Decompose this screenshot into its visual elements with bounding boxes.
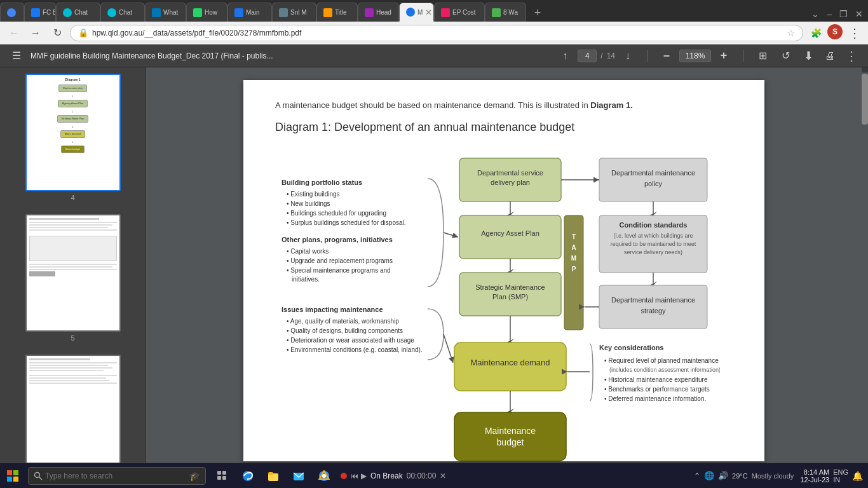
tab-5[interactable]: What — [145, 3, 186, 22]
reload-button[interactable]: ↻ — [48, 24, 66, 42]
thumbnail-page-6[interactable]: 6 — [0, 348, 146, 463]
notifications-button[interactable]: 🔔 — [852, 471, 863, 481]
mail-taskbar-icon[interactable] — [287, 464, 310, 487]
clock-date: 12-Jul-23 — [800, 476, 829, 484]
svg-text:M: M — [571, 255, 576, 262]
tab-3[interactable]: Chat — [56, 3, 100, 22]
volume-icon[interactable]: 🔊 — [718, 471, 728, 480]
svg-rect-73 — [268, 472, 273, 475]
svg-text:Building portfolio status: Building portfolio status — [281, 179, 362, 186]
on-break-timer: 00:00:00 — [407, 471, 437, 480]
navigation-bar: ← → ↻ 🔒 ☆ 🧩 S ⋮ — [0, 22, 868, 44]
tab-6[interactable]: How — [186, 3, 227, 22]
svg-text:Maintenance demand: Maintenance demand — [470, 358, 550, 367]
svg-text:• Upgrade and replacement prog: • Upgrade and replacement programs — [287, 257, 393, 264]
extensions-button[interactable]: 🧩 — [807, 24, 825, 42]
close-button[interactable]: ✕ — [853, 6, 865, 22]
svg-text:Key considerations: Key considerations — [599, 344, 663, 351]
zoom-in-button[interactable]: + — [715, 47, 733, 65]
url-input[interactable] — [92, 29, 783, 37]
svg-rect-70 — [222, 476, 226, 480]
svg-text:Other plans, programs, initiat: Other plans, programs, initiatives — [281, 236, 393, 243]
bookmark-icon[interactable]: ☆ — [787, 27, 795, 39]
svg-text:Departmental service: Departmental service — [477, 169, 543, 177]
taskbar-search-input[interactable] — [45, 471, 185, 480]
svg-text:• Capital works: • Capital works — [287, 248, 329, 255]
restore-button[interactable]: ❐ — [837, 6, 850, 22]
clock[interactable]: 8:14 AM 12-Jul-23 — [800, 468, 829, 484]
print-button[interactable]: 🖨 — [821, 47, 839, 65]
system-tray: ⌃ 🌐 🔊 29°C Mostly cloudy 8:14 AM 12-Jul-… — [694, 468, 868, 484]
zoom-controls: – 118% + — [658, 47, 733, 65]
rotation-button[interactable]: ↺ — [776, 47, 794, 65]
thumbnail-page-5[interactable]: 5 — [0, 208, 146, 348]
chrome-taskbar-icon[interactable] — [313, 464, 336, 487]
tab-11[interactable]: EP Cost — [434, 3, 485, 22]
task-view-button[interactable] — [211, 464, 234, 487]
svg-text:policy: policy — [644, 180, 663, 187]
clock-time: 8:14 AM — [804, 468, 829, 476]
tab-1[interactable] — [0, 3, 24, 22]
tab-12[interactable]: 8 Wa — [485, 3, 526, 22]
start-button[interactable] — [0, 463, 25, 489]
play-controls[interactable]: ⏮ ▶ — [351, 471, 367, 480]
download-button[interactable]: ⬇ — [799, 47, 817, 65]
browser-actions: 🧩 S ⋮ — [807, 24, 863, 42]
tab-list-button[interactable]: ⌄ — [809, 6, 822, 22]
tab-active[interactable]: M ✕ — [399, 3, 434, 22]
svg-text:(includes condition assessment: (includes condition assessment informati… — [609, 367, 720, 373]
prev-page-button[interactable]: ↑ — [556, 47, 574, 65]
pdf-title: MMF guideline Building Maintenance Budge… — [31, 51, 551, 60]
svg-text:• Age, quality of materials, w: • Age, quality of materials, workmanship — [287, 318, 399, 325]
tab-2[interactable]: FC B — [24, 3, 56, 22]
fit-page-button[interactable]: ⊞ — [754, 47, 771, 65]
svg-text:T: T — [572, 233, 576, 240]
sidebar-toggle-button[interactable]: ☰ — [8, 47, 25, 65]
lock-icon: 🔒 — [78, 28, 88, 37]
new-tab-button[interactable]: + — [529, 4, 546, 22]
edge-taskbar-icon[interactable] — [236, 464, 259, 487]
svg-text:Maintenance: Maintenance — [485, 426, 536, 436]
menu-button[interactable]: ⋮ — [845, 24, 863, 42]
svg-rect-64 — [13, 477, 18, 482]
taskbar: 🎓 ⏮ ▶ On Break 00:00:00 ✕ ⌃ 🌐 🔊 — [0, 463, 868, 488]
svg-point-65 — [35, 472, 40, 477]
svg-text:Condition standards: Condition standards — [620, 221, 688, 229]
pdf-menu-button[interactable]: ⋮ — [843, 47, 860, 65]
pdf-toolbar: ☰ MMF guideline Building Maintenance Bud… — [0, 44, 868, 67]
pdf-content-area: Diagram 1 Dept service plan ↓ Agency Ass… — [0, 67, 868, 463]
tab-9[interactable]: Title — [316, 3, 358, 22]
svg-text:(i.e. level at which buildings: (i.e. level at which buildings are — [613, 233, 693, 239]
thumbnail-page-5-number: 5 — [71, 334, 74, 342]
system-tray-arrow[interactable]: ⌃ — [694, 471, 700, 480]
svg-text:• Required level of planned ma: • Required level of planned maintenance — [604, 357, 719, 364]
taskbar-search[interactable]: 🎓 — [28, 467, 206, 485]
page-number-input[interactable] — [578, 50, 597, 62]
weather-temp: 29°C — [732, 472, 748, 480]
pdf-page-content[interactable]: A maintenance budget should be based on … — [146, 67, 862, 463]
tab-8[interactable]: Snl M — [272, 3, 316, 22]
forward-button[interactable]: → — [27, 24, 44, 42]
address-bar[interactable]: 🔒 ☆ — [70, 25, 803, 41]
pdf-intro-text: A maintenance budget should be based on … — [275, 99, 733, 112]
thumbnail-page-4[interactable]: Diagram 1 Dept service plan ↓ Agency Ass… — [0, 67, 146, 208]
svg-text:• Special maintenance programs: • Special maintenance programs and — [287, 267, 391, 274]
next-page-button[interactable]: ↓ — [619, 47, 637, 65]
minimize-button[interactable]: – — [824, 6, 834, 22]
on-break-close[interactable]: ✕ — [440, 471, 446, 480]
tab-7[interactable]: Main — [227, 3, 272, 22]
svg-text:• Buildings scheduled for upgr: • Buildings scheduled for upgrading — [287, 210, 386, 217]
vertical-scrollbar[interactable] — [862, 67, 868, 463]
explorer-taskbar-icon[interactable] — [262, 464, 285, 487]
profile-button[interactable]: S — [827, 24, 843, 39]
svg-rect-34 — [454, 412, 566, 461]
svg-text:• Benchmarks or performance ta: • Benchmarks or performance targets — [604, 386, 710, 393]
network-icon[interactable]: 🌐 — [704, 471, 714, 480]
svg-text:• Environmental conditions (e.: • Environmental conditions (e.g. coastal… — [287, 346, 423, 353]
svg-text:• New buildings: • New buildings — [287, 200, 330, 207]
zoom-out-button[interactable]: – — [658, 47, 675, 65]
tab-4[interactable]: Chat — [100, 3, 145, 22]
back-button[interactable]: ← — [5, 24, 23, 42]
tab-10[interactable]: Head — [358, 3, 399, 22]
weather-desc: Mostly cloudy — [752, 472, 794, 480]
